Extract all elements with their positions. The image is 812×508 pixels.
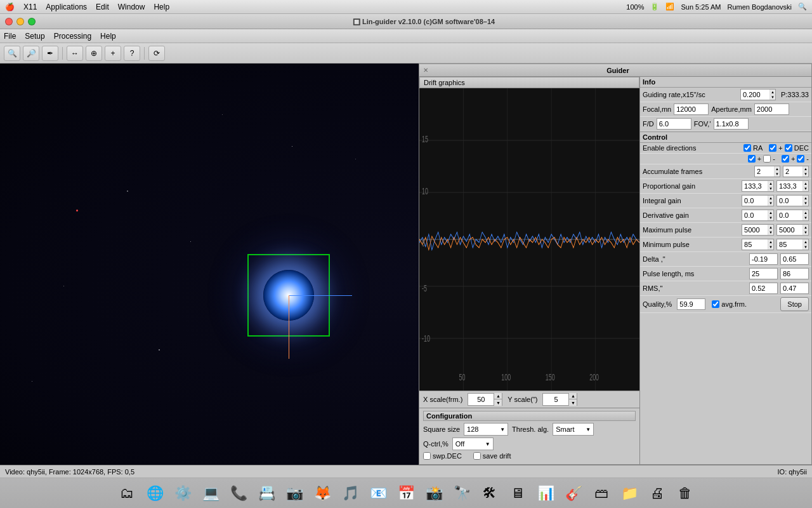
- dock-app6[interactable]: 🗃: [589, 481, 614, 506]
- max-pulse-ra-spinbox[interactable]: ▲ ▼: [742, 224, 774, 236]
- menu-setup[interactable]: Setup: [25, 32, 44, 41]
- menu-window[interactable]: Window: [118, 3, 145, 11]
- dock-app3[interactable]: 🖥: [505, 481, 530, 506]
- prop-gain-dec-input[interactable]: [777, 181, 802, 191]
- thresh-alg-select[interactable]: Smart ▼: [553, 423, 594, 436]
- menu-applications[interactable]: Applications: [46, 3, 87, 11]
- max-dec-up[interactable]: ▲: [803, 225, 808, 231]
- dock-itunes[interactable]: 🎵: [337, 481, 363, 506]
- prop-dec-up[interactable]: ▲: [803, 181, 808, 187]
- avg-frm-checkbox-label[interactable]: avg.frm.: [712, 300, 747, 308]
- int-ra-down[interactable]: ▼: [768, 201, 773, 206]
- dock-app7[interactable]: 📁: [617, 481, 642, 506]
- menu-edit[interactable]: Edit: [96, 3, 109, 11]
- toolbar-zoom-in[interactable]: 🔍: [4, 46, 20, 61]
- acc-dec-up[interactable]: ▲: [803, 166, 808, 172]
- dock-firefox[interactable]: 🦊: [310, 481, 335, 506]
- int-gain-ra-input[interactable]: [742, 196, 768, 206]
- y-scale-spinbox[interactable]: ▲ ▼: [542, 393, 577, 406]
- qctrl-select[interactable]: Off ▼: [452, 438, 494, 450]
- toolbar-draw[interactable]: ✒: [42, 46, 58, 61]
- dock-skype[interactable]: 📞: [226, 481, 251, 506]
- dock-system-prefs[interactable]: ⚙️: [170, 481, 195, 506]
- maximize-button[interactable]: [28, 18, 36, 25]
- dock-aperture[interactable]: 📸: [421, 481, 447, 506]
- guiding-rate-up-button[interactable]: ▲: [770, 90, 775, 95]
- y-scale-input[interactable]: [543, 396, 568, 403]
- swp-dec-checkbox-label[interactable]: swp.DEC: [423, 452, 462, 460]
- prop-gain-dec-spinbox[interactable]: ▲ ▼: [776, 180, 809, 192]
- dec-minus-chk[interactable]: [797, 155, 804, 163]
- x-scale-spinbox[interactable]: ▲ ▼: [468, 393, 502, 406]
- apple-menu[interactable]: 🍎: [5, 3, 15, 11]
- menu-help[interactable]: Help: [154, 3, 169, 11]
- ra-plus-checkbox[interactable]: [769, 144, 776, 152]
- dock-terminal[interactable]: 💻: [198, 481, 223, 506]
- guiding-rate-down-button[interactable]: ▼: [770, 95, 775, 100]
- guiding-rate-spinbox[interactable]: ▲ ▼: [740, 89, 776, 100]
- int-ra-up[interactable]: ▲: [768, 196, 773, 201]
- dock-app1[interactable]: 🔭: [449, 481, 475, 506]
- y-scale-down-button[interactable]: ▼: [569, 399, 577, 406]
- menu-file[interactable]: File: [4, 32, 16, 41]
- dock-app4[interactable]: 📊: [533, 481, 558, 506]
- ra-checkbox[interactable]: [743, 144, 751, 152]
- max-dec-down[interactable]: ▼: [803, 231, 808, 236]
- int-gain-dec-input[interactable]: [777, 196, 802, 206]
- dock-app2[interactable]: 🛠: [477, 481, 502, 506]
- deriv-gain-ra-spinbox[interactable]: ▲ ▼: [742, 210, 774, 221]
- menu-help[interactable]: Help: [100, 32, 116, 41]
- deriv-dec-down[interactable]: ▼: [803, 216, 808, 221]
- avg-frm-checkbox[interactable]: [712, 300, 719, 308]
- acc-frames-dec-spinbox[interactable]: ▲ ▼: [783, 166, 809, 177]
- minimize-button[interactable]: [16, 18, 24, 25]
- int-gain-dec-spinbox[interactable]: ▲ ▼: [776, 195, 809, 206]
- toolbar-back[interactable]: ↔: [67, 46, 83, 61]
- ra-plus-chk2[interactable]: [748, 155, 756, 163]
- dock-app8[interactable]: 🖨: [645, 481, 670, 506]
- dock-finder[interactable]: 🗂: [114, 481, 140, 506]
- ra-minus-chk[interactable]: [763, 155, 771, 163]
- prop-gain-ra-spinbox[interactable]: ▲ ▼: [742, 180, 774, 192]
- min-dec-up[interactable]: ▲: [803, 239, 808, 245]
- dock-photos[interactable]: 📷: [282, 481, 307, 506]
- max-ra-down[interactable]: ▼: [768, 231, 773, 236]
- search-icon[interactable]: 🔍: [798, 3, 807, 11]
- acc-dec-down[interactable]: ▼: [803, 172, 808, 177]
- min-pulse-ra-spinbox[interactable]: ▲ ▼: [742, 239, 774, 250]
- y-scale-up-button[interactable]: ▲: [569, 393, 577, 399]
- toolbar-help[interactable]: ?: [124, 46, 140, 61]
- deriv-gain-ra-input[interactable]: [742, 210, 768, 220]
- deriv-ra-down[interactable]: ▼: [768, 216, 773, 221]
- toolbar-add[interactable]: +: [105, 46, 121, 61]
- min-pulse-dec-input[interactable]: [777, 239, 802, 250]
- dec-checkbox[interactable]: [785, 144, 792, 152]
- save-drift-checkbox[interactable]: [473, 452, 481, 460]
- guiding-rate-input[interactable]: [741, 90, 769, 100]
- min-dec-down[interactable]: ▼: [803, 245, 808, 250]
- min-pulse-dec-spinbox[interactable]: ▲ ▼: [776, 239, 809, 250]
- dock-contacts[interactable]: 📇: [254, 481, 279, 506]
- int-dec-down[interactable]: ▼: [803, 201, 808, 206]
- max-pulse-dec-input[interactable]: [777, 225, 802, 235]
- menu-x11[interactable]: X11: [23, 3, 37, 11]
- min-ra-up[interactable]: ▲: [768, 239, 773, 245]
- acc-ra-down[interactable]: ▼: [775, 172, 780, 177]
- min-ra-down[interactable]: ▼: [768, 245, 773, 250]
- prop-gain-ra-input[interactable]: [742, 181, 768, 191]
- prop-dec-down[interactable]: ▼: [803, 187, 808, 192]
- dock-calendar[interactable]: 📅: [393, 481, 419, 506]
- x-scale-input[interactable]: [468, 396, 494, 403]
- close-button[interactable]: [5, 18, 13, 25]
- dock-safari[interactable]: 🌐: [142, 481, 167, 506]
- max-pulse-dec-spinbox[interactable]: ▲ ▼: [776, 224, 809, 236]
- square-size-select[interactable]: 128 ▼: [464, 423, 508, 436]
- prop-ra-down[interactable]: ▼: [768, 187, 773, 192]
- max-ra-up[interactable]: ▲: [768, 225, 773, 231]
- deriv-gain-dec-spinbox[interactable]: ▲ ▼: [776, 210, 809, 221]
- dec-plus-chk[interactable]: [782, 155, 789, 163]
- acc-frames-ra-spinbox[interactable]: ▲ ▼: [754, 166, 780, 177]
- acc-frames-dec-input[interactable]: [783, 166, 802, 177]
- dock-thunderbird[interactable]: 📧: [365, 481, 391, 506]
- toolbar-crosshair[interactable]: ⊕: [86, 46, 102, 61]
